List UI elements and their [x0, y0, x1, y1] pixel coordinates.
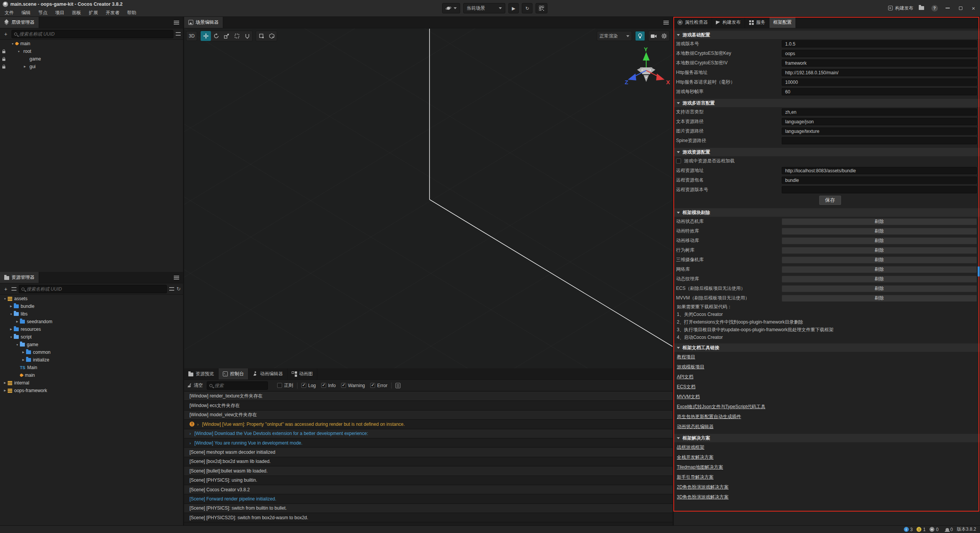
- log-row[interactable]: › [Window] Download the Vue Devtools ext…: [184, 429, 673, 438]
- field-input[interactable]: 10000: [782, 78, 977, 86]
- tree-node[interactable]: ▶ gui: [0, 63, 183, 70]
- menu-item[interactable]: 扩展: [85, 9, 102, 17]
- regex-checkbox[interactable]: 正则: [277, 382, 293, 389]
- tree-node[interactable]: ▼ main: [0, 40, 183, 47]
- scene-menu-button[interactable]: [660, 17, 673, 28]
- tree-node[interactable]: ▶ initialize: [0, 356, 183, 364]
- notification-count[interactable]: 0: [946, 527, 953, 532]
- maximize-button[interactable]: [956, 3, 965, 13]
- solution-link[interactable]: 2D角色扮演游戏解决方案: [674, 482, 980, 492]
- view-gizmo[interactable]: Y X Z: [625, 46, 670, 85]
- expand-arrow-icon[interactable]: ▶: [2, 389, 8, 392]
- doc-link[interactable]: Excel格式转Json文件与TypeScript代码工具: [674, 402, 980, 412]
- scene-camera-button[interactable]: [648, 31, 659, 41]
- inspector-tab[interactable]: 属性检查器: [674, 17, 712, 28]
- inspector-tab[interactable]: 框架配置: [769, 17, 796, 28]
- coordinate-toggle-button[interactable]: [266, 31, 277, 41]
- log-row[interactable]: [Window] render_texture文件夹存在: [184, 392, 673, 401]
- section-doc-links[interactable]: 框架文档工具链接: [674, 343, 980, 352]
- expand-arrow-icon[interactable]: ▶: [8, 305, 14, 308]
- scale-tool-button[interactable]: [221, 31, 232, 41]
- doc-link[interactable]: API文档: [674, 372, 980, 382]
- tree-node[interactable]: ▶ resources: [0, 325, 183, 333]
- doc-link[interactable]: ECS文档: [674, 382, 980, 392]
- section-module-strip[interactable]: 框架模块剔除: [674, 208, 980, 217]
- info-count[interactable]: i 3: [904, 527, 913, 532]
- build-publish-button[interactable]: 构建发布: [888, 5, 913, 11]
- menu-item[interactable]: 面板: [68, 9, 85, 17]
- expand-arrow-icon[interactable]: ▼: [15, 343, 20, 346]
- section-language-config[interactable]: 游戏多语言配置: [674, 99, 980, 107]
- tree-node[interactable]: ▶ internal: [0, 379, 183, 387]
- expand-arrow-icon[interactable]: ›: [189, 431, 191, 436]
- expand-arrow-icon[interactable]: ▼: [2, 298, 8, 300]
- inspector-scrollbar-thumb[interactable]: [978, 266, 980, 276]
- tree-node[interactable]: ▶ bundle: [0, 302, 183, 310]
- log-row[interactable]: [Scene] [bullet]:bullet wasm lib loaded.: [184, 466, 673, 476]
- close-button[interactable]: ×: [969, 3, 978, 13]
- field-input[interactable]: http://192.168.0.150/main/: [782, 69, 977, 76]
- doc-link[interactable]: 原生包热更新配置自动生成插件: [674, 412, 980, 422]
- console-tab[interactable]: 资源预览: [184, 368, 219, 379]
- tree-node[interactable]: ▼ game: [0, 341, 183, 348]
- solution-link[interactable]: 全栈开发解决方案: [674, 452, 980, 462]
- solution-link[interactable]: Tiledmap地图解决方案: [674, 462, 980, 472]
- console-search-input[interactable]: [214, 383, 274, 388]
- expand-arrow-icon[interactable]: ▶: [15, 320, 20, 323]
- field-input[interactable]: 1.0.5: [782, 40, 977, 47]
- console-tab[interactable]: 动画编辑器: [248, 368, 287, 379]
- tab-scene-editor[interactable]: 场景编辑器: [184, 17, 223, 28]
- tree-node[interactable]: ▶ oops-framework: [0, 387, 183, 394]
- log-filter-checkbox[interactable]: Log: [301, 383, 316, 388]
- section-resource-config[interactable]: 游戏资源配置: [674, 148, 980, 156]
- expand-arrow-icon[interactable]: ›: [197, 422, 199, 427]
- expand-arrow-icon[interactable]: ▼: [16, 50, 21, 53]
- menu-item[interactable]: 开发者: [102, 9, 123, 17]
- tree-node[interactable]: main: [0, 371, 183, 379]
- field-input[interactable]: [782, 186, 977, 193]
- remove-module-button[interactable]: 剔除: [782, 257, 977, 263]
- remove-module-button[interactable]: 剔除: [782, 237, 977, 244]
- console-search[interactable]: [207, 381, 268, 390]
- play-button[interactable]: ▶: [508, 3, 519, 13]
- log-row[interactable]: ! › [Window] [Vue warn]: Property "onInp…: [184, 420, 673, 429]
- section-basic-config[interactable]: 游戏基础配置: [674, 31, 980, 39]
- inspector-tab[interactable]: 构建发布: [712, 17, 745, 28]
- error-count[interactable]: × 0: [929, 527, 939, 532]
- scene-settings-button[interactable]: [659, 31, 669, 41]
- expand-arrow-icon[interactable]: ▼: [8, 336, 14, 338]
- tree-node[interactable]: ▼ script: [0, 333, 183, 341]
- create-asset-button[interactable]: +: [2, 286, 9, 292]
- log-row[interactable]: › [Window] You are running Vue in develo…: [184, 438, 673, 448]
- help-button[interactable]: ?: [929, 3, 939, 13]
- save-button[interactable]: 保存: [819, 196, 841, 205]
- log-row[interactable]: [Window] ecs文件夹存在: [184, 401, 673, 410]
- rotate-tool-button[interactable]: [211, 31, 221, 41]
- preview-qr-button[interactable]: [536, 3, 547, 13]
- tree-node[interactable]: ▼ root: [0, 47, 183, 55]
- refresh-icon[interactable]: ↻: [176, 286, 181, 292]
- doc-link[interactable]: 教程项目: [674, 352, 980, 362]
- log-filter-checkbox[interactable]: Info: [321, 383, 336, 388]
- solution-link[interactable]: 战棋游戏框架: [674, 442, 980, 452]
- log-row[interactable]: [Scene] [PHYSICS]: using builtin.: [184, 476, 673, 485]
- clear-console-button[interactable]: 清空: [187, 382, 203, 389]
- field-input[interactable]: 60: [782, 88, 977, 95]
- device-select[interactable]: [442, 3, 460, 13]
- restart-button[interactable]: ↻: [522, 3, 532, 13]
- remove-module-button[interactable]: 剔除: [782, 218, 977, 225]
- hierarchy-search[interactable]: [11, 30, 173, 38]
- console-log-list[interactable]: [Window] render_texture文件夹存在 [Window] ec…: [184, 392, 673, 525]
- log-row[interactable]: [Scene] Forward render pipeline initiali…: [184, 494, 673, 504]
- menu-item[interactable]: 文件: [1, 9, 18, 17]
- menu-item[interactable]: 项目: [51, 9, 68, 17]
- scene-editor-panel[interactable]: Y X Z 场景编辑器 3D: [184, 17, 673, 368]
- tab-assets[interactable]: 资源管理器: [0, 272, 39, 283]
- remove-module-button[interactable]: 剔除: [782, 247, 977, 254]
- menu-item[interactable]: 节点: [34, 9, 51, 17]
- tree-node[interactable]: ▶ common: [0, 348, 183, 356]
- checkbox-icon[interactable]: [676, 159, 681, 163]
- field-input[interactable]: [782, 137, 977, 144]
- assets-search-input[interactable]: [26, 286, 164, 292]
- render-mode-select[interactable]: 正常渲染: [597, 31, 632, 41]
